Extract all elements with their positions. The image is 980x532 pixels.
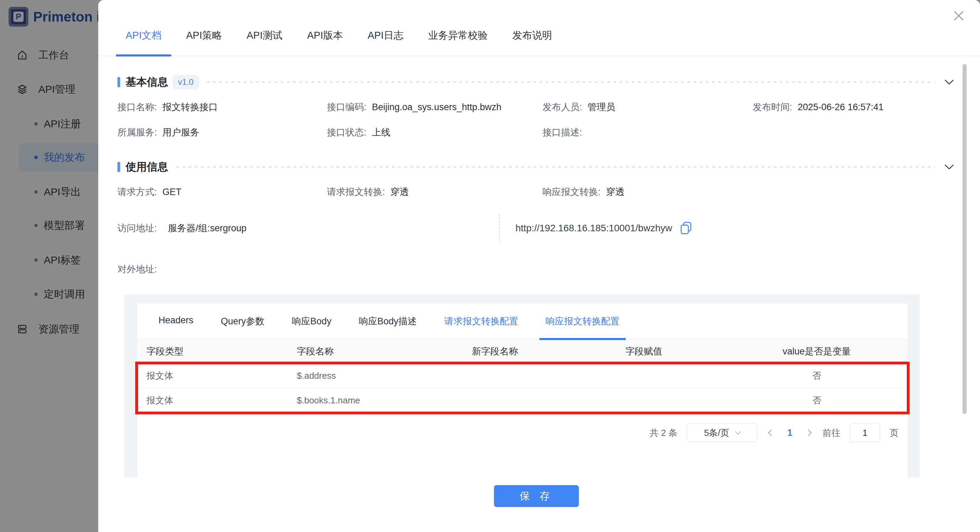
tab-api-log[interactable]: API日志: [355, 29, 416, 56]
table-row: 报文体 $.address 否: [137, 363, 907, 388]
basic-info-fields: 接口名称: 报文转换接口 接口编码: Beijing.oa_sys.users_…: [118, 102, 955, 138]
tab-headers[interactable]: Headers: [152, 315, 200, 339]
column-header: 字段赋值: [562, 345, 726, 357]
modal-tab-bar: API文档 API策略 API测试 API版本 API日志 业务异常校验 发布说…: [98, 0, 980, 56]
next-page-button[interactable]: [804, 428, 813, 437]
page-suffix: 页: [889, 427, 899, 439]
transform-config-panel: Headers Query参数 响应Body 响应Body描述 请求报文转换配置…: [124, 295, 920, 478]
field-access-address: 访问地址: 服务器/组:sergroup: [118, 222, 499, 234]
section-accent-bar: [118, 77, 120, 87]
field-service: 所属服务: 用户服务: [118, 127, 327, 138]
chevron-right-icon: [805, 429, 812, 436]
basic-info-section-header: 基本信息 v1.0: [118, 75, 955, 89]
table-row: 报文体 $.books.1.name 否: [137, 388, 907, 413]
tab-response-transform-config[interactable]: 响应报文转换配置: [539, 315, 626, 339]
access-url: http://192.168.16.185:10001/bwzhyw: [515, 223, 672, 233]
tab-response-body-desc[interactable]: 响应Body描述: [353, 315, 423, 339]
prev-page-button[interactable]: [767, 428, 776, 437]
column-header: 新字段名称: [428, 345, 562, 357]
pagination-total: 共 2 条: [650, 427, 678, 439]
chevron-down-icon[interactable]: [943, 163, 955, 172]
field-publish-time: 发布时间: 2025-06-26 16:57:41: [753, 102, 955, 113]
tab-business-exception-check[interactable]: 业务异常校验: [416, 29, 500, 56]
column-header: 字段名称: [297, 345, 428, 357]
field-request-method: 请求方式: GET: [118, 186, 327, 197]
field-external-address: 对外地址:: [118, 263, 955, 275]
tab-api-version[interactable]: API版本: [295, 29, 355, 56]
access-address-row: 访问地址: 服务器/组:sergroup http://192.168.16.1…: [118, 214, 955, 243]
field-interface-code: 接口编码: Beijing.oa_sys.users_http.bwzh: [327, 102, 542, 113]
current-page[interactable]: 1: [785, 428, 794, 438]
field-empty: [753, 127, 955, 138]
field-publisher: 发布人员: 管理员: [542, 102, 753, 113]
field-response-transform: 响应报文转换: 穿透: [542, 186, 753, 197]
tab-api-test[interactable]: API测试: [234, 29, 295, 56]
save-button[interactable]: 保 存: [494, 485, 579, 507]
close-icon[interactable]: [952, 9, 966, 22]
column-header: 字段类型: [137, 345, 297, 357]
chevron-down-icon: [735, 429, 741, 435]
section-accent-bar: [118, 162, 120, 172]
table-body: 报文体 $.address 否 报文体 $.books.1.name 否: [137, 363, 907, 413]
tab-request-transform-config[interactable]: 请求报文转换配置: [438, 315, 524, 339]
detail-tab-bar: Headers Query参数 响应Body 响应Body描述 请求报文转换配置…: [137, 303, 907, 339]
chevron-left-icon: [768, 429, 775, 436]
modal-scrollbar[interactable]: [963, 64, 967, 414]
api-detail-modal: API文档 API策略 API测试 API版本 API日志 业务异常校验 发布说…: [98, 0, 980, 532]
access-url-block: http://192.168.16.185:10001/bwzhyw: [499, 214, 692, 243]
goto-page-input[interactable]: [850, 424, 880, 442]
section-title: 使用信息: [126, 160, 168, 174]
version-badge: v1.0: [173, 76, 199, 89]
chevron-down-icon[interactable]: [943, 78, 955, 87]
field-interface-name: 接口名称: 报文转换接口: [118, 102, 327, 113]
section-title: 基本信息: [126, 75, 168, 89]
dotted-divider: [207, 81, 935, 83]
page-size-select[interactable]: 5条/页: [687, 424, 757, 442]
tab-publish-notes[interactable]: 发布说明: [500, 29, 565, 56]
copy-icon[interactable]: [680, 221, 692, 235]
field-request-transform: 请求报文转换: 穿透: [327, 186, 542, 197]
goto-label: 前往: [822, 427, 840, 439]
dotted-divider: [176, 166, 935, 168]
column-header: value是否是变量: [726, 345, 907, 357]
tab-api-policy[interactable]: API策略: [174, 29, 234, 56]
tab-query-params[interactable]: Query参数: [215, 315, 271, 339]
usage-info-fields: 请求方式: GET 请求报文转换: 穿透 响应报文转换: 穿透: [118, 186, 955, 197]
field-empty: [753, 186, 955, 197]
field-interface-description: 接口描述:: [542, 127, 753, 138]
tab-api-doc[interactable]: API文档: [113, 29, 174, 56]
usage-info-section-header: 使用信息: [118, 160, 955, 174]
table-header-row: 字段类型 字段名称 新字段名称 字段赋值 value是否是变量: [137, 339, 907, 363]
tab-response-body[interactable]: 响应Body: [286, 315, 338, 339]
field-interface-status: 接口状态: 上线: [327, 127, 542, 138]
pagination: 共 2 条 5条/页 1 前往 页: [137, 424, 907, 442]
transform-config-card: Headers Query参数 响应Body 响应Body描述 请求报文转换配置…: [137, 303, 907, 478]
